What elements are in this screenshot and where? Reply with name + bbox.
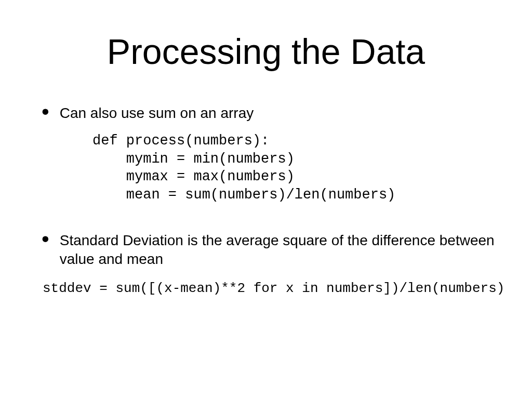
code-block-2: stddev = sum([(x-mean)**2 for x in numbe…	[43, 280, 506, 298]
bullet-text-2: Standard Deviation is the average square…	[60, 230, 506, 269]
bullet-icon: •	[42, 105, 49, 118]
slide-title: Processing the Data	[26, 31, 506, 72]
slide: Processing the Data • Can also use sum o…	[0, 0, 532, 399]
bullet-item-2: • Standard Deviation is the average squa…	[26, 230, 506, 269]
bullet-text-1: Can also use sum on an array	[60, 103, 254, 123]
bullet-item-1: • Can also use sum on an array	[26, 103, 506, 123]
code-block-1: def process(numbers): mymin = min(number…	[92, 132, 506, 204]
bullet-icon: •	[42, 232, 49, 246]
